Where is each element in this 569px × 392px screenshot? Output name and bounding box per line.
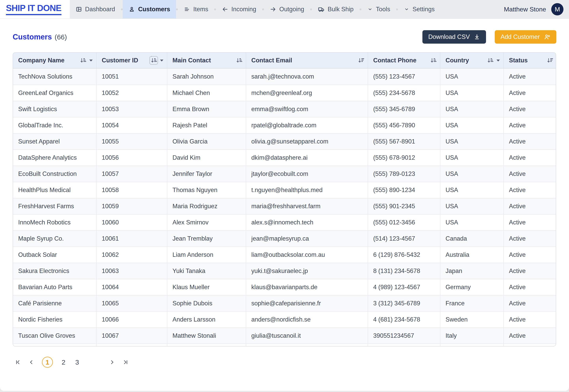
pagination: 123 [13, 356, 556, 368]
nav-item-items[interactable]: Items [178, 0, 214, 19]
sort-icon[interactable] [547, 57, 553, 64]
country-cell: USA [440, 198, 504, 214]
contact-phone-cell: (555) 901-2345 [368, 198, 440, 214]
arrow-right-icon [270, 6, 276, 13]
sort-icon[interactable] [151, 57, 157, 64]
table-row: GreenLeaf Organics10052Michael Chenmchen… [13, 85, 556, 101]
column-header-status[interactable]: Status [504, 53, 556, 69]
company-name-cell: Nordic Fisheries [13, 311, 97, 327]
table-row: DataSphere Analytics10056David Kimdkim@d… [13, 149, 556, 166]
page-button-3[interactable]: 3 [74, 358, 80, 366]
table-row: Outback Solar10062Liam Andersonliam@outb… [13, 247, 556, 263]
empty-cell [440, 344, 504, 346]
main-contact-cell: David Kim [167, 149, 246, 166]
contact-email-cell: jtaylor@ecobuilt.com [246, 166, 368, 182]
table-row: FreshHarvest Farms10059Maria Rodriguezma… [13, 198, 556, 214]
sort-icon[interactable] [236, 57, 242, 64]
nav-item-tools[interactable]: Tools [361, 0, 396, 19]
nav-item-bulk-ship[interactable]: Bulk Ship [312, 0, 360, 19]
avatar[interactable]: M [551, 3, 563, 15]
column-header-customer-id[interactable]: Customer ID [97, 53, 167, 69]
customer-id-cell: 10052 [97, 85, 167, 101]
contact-phone-cell: (555) 234-5678 [368, 85, 440, 101]
column-label: Contact Phone [373, 57, 416, 64]
contact-phone-cell: 8 (131) 234-5678 [368, 263, 440, 279]
nav-item-outgoing[interactable]: Outgoing [264, 0, 310, 19]
brand-logo-text: SHIP IT DONE [6, 3, 61, 15]
nav-items: DashboardCustomersItemsIncomingOutgoingB… [70, 0, 441, 19]
status-cell: Active [504, 263, 556, 279]
contact-email-cell: giulia@tuscanoil.it [246, 327, 368, 344]
contact-phone-cell: (555) 456-7890 [368, 117, 440, 133]
column-label: Main Contact [173, 57, 211, 64]
nav-separator-dot [214, 9, 216, 10]
main-contact-cell: Sophie Dubois [167, 295, 246, 311]
filter-dropdown-icon[interactable] [496, 59, 500, 62]
nav-item-customers[interactable]: Customers [123, 0, 176, 19]
sort-icon[interactable] [487, 57, 493, 64]
filter-dropdown-icon[interactable] [160, 59, 163, 62]
brand-logo[interactable]: SHIP IT DONE [0, 0, 70, 19]
main-contact-cell: Michael Chen [167, 85, 246, 101]
nav-item-incoming[interactable]: Incoming [216, 0, 262, 19]
customer-id-cell: 10055 [97, 133, 167, 149]
status-cell: Active [504, 311, 556, 327]
chevron-down-icon [404, 7, 409, 12]
contact-phone-cell: (555) 789-0123 [368, 166, 440, 182]
contact-phone-cell: (555) 678-9012 [368, 149, 440, 166]
column-header-contact-phone[interactable]: Contact Phone [368, 53, 440, 69]
status-cell: Active [504, 327, 556, 344]
contact-email-cell: dkim@datasphere.ai [246, 149, 368, 166]
column-header-company-name[interactable]: Company Name [13, 53, 97, 69]
last-page-button[interactable] [122, 359, 128, 365]
column-header-country[interactable]: Country [440, 53, 504, 69]
user-name: Matthew Stone [504, 6, 546, 13]
column-label: Country [446, 57, 469, 64]
title-wrap: Customers (66) [13, 33, 67, 41]
country-cell: USA [440, 85, 504, 101]
status-cell: Active [504, 230, 556, 247]
filter-dropdown-icon[interactable] [89, 59, 93, 62]
previous-page-button[interactable] [29, 359, 34, 365]
country-cell: USA [440, 149, 504, 166]
customers-icon [129, 6, 135, 13]
app-window: SHIP IT DONE DashboardCustomersItemsInco… [0, 0, 569, 391]
customer-id-cell: 10066 [97, 311, 167, 327]
company-name-cell: Maple Syrup Co. [13, 230, 97, 247]
page-button-1[interactable]: 1 [42, 357, 53, 368]
table-row: Sunset Apparel10055Olivia Garciaolivia.g… [13, 133, 556, 149]
status-cell: Active [504, 166, 556, 182]
customer-id-cell: 10056 [97, 149, 167, 166]
sort-icon[interactable] [430, 57, 437, 64]
nav-separator-dot [262, 9, 264, 10]
next-page-button[interactable] [109, 359, 115, 365]
add-customer-button[interactable]: Add Customer [495, 30, 556, 44]
sort-icon[interactable] [80, 57, 86, 64]
main-contact-cell: Anders Larsson [167, 311, 246, 327]
table-row: Café Parisienne10065Sophie Duboissophie@… [13, 295, 556, 311]
download-csv-button[interactable]: Download CSV [423, 30, 486, 44]
customer-id-cell: 10061 [97, 230, 167, 247]
customer-id-cell: 10060 [97, 214, 167, 230]
page-button-2[interactable]: 2 [60, 358, 67, 366]
country-cell: Germany [440, 279, 504, 295]
nav-item-label: Settings [412, 6, 435, 13]
nav-item-settings[interactable]: Settings [398, 0, 441, 19]
person-plus-icon [544, 34, 550, 40]
status-cell: Active [504, 295, 556, 311]
table-row: Swift Logistics10053Emma Brownemma@swift… [13, 101, 556, 117]
nav-item-label: Outgoing [279, 6, 304, 13]
first-page-button[interactable] [15, 359, 21, 365]
nav-item-dashboard[interactable]: Dashboard [70, 0, 121, 19]
country-cell: Canada [440, 230, 504, 247]
status-cell: Active [504, 133, 556, 149]
column-header-contact-email[interactable]: Contact Email [246, 53, 368, 69]
sort-icon[interactable] [358, 57, 364, 64]
contact-email-cell: alex.s@innomech.tech [246, 214, 368, 230]
column-header-main-contact[interactable]: Main Contact [167, 53, 246, 69]
contact-email-cell: sophie@cafeparisienne.fr [246, 295, 368, 311]
main-contact-cell: Sarah Johnson [167, 69, 246, 85]
column-label: Status [509, 57, 528, 64]
main-contact-cell: Olivia Garcia [167, 133, 246, 149]
contact-email-cell: emma@swiftlog.com [246, 101, 368, 117]
